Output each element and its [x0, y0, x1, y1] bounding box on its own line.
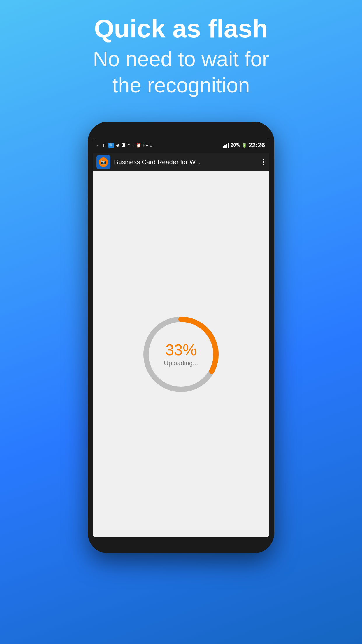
phone-screen: ··· ⏸ 🔍 ⊕ 🖼 ↻ ↓ ⏰ H+ ⌂ 20% 🔋	[93, 138, 269, 537]
app-bar: 📷 Business Card Reader for W...	[93, 153, 269, 172]
more-dot-3	[263, 164, 264, 165]
status-bar: ··· ⏸ 🔍 ⊕ 🖼 ↻ ↓ ⏰ H+ ⌂ 20% 🔋	[93, 138, 269, 153]
location-icon: ⊕	[116, 143, 120, 148]
signal-icon: H+	[143, 143, 148, 148]
app-icon-inner: 📷	[99, 158, 108, 167]
more-dot-2	[263, 161, 264, 163]
main-content: 33% Uploading...	[93, 172, 269, 537]
status-icons-left: ··· ⏸ 🔍 ⊕ 🖼 ↻ ↓ ⏰ H+ ⌂	[97, 143, 152, 148]
main-title: Quick as flash	[93, 15, 269, 43]
download-icon: ↓	[132, 143, 134, 148]
more-dot-1	[263, 159, 264, 160]
app-icon: 📷	[96, 155, 110, 169]
home-icon: ⌂	[150, 143, 152, 148]
clock: 22:26	[249, 141, 265, 149]
status-icons-right: 20% 🔋 22:26	[223, 141, 265, 149]
signal-bar-1	[223, 146, 224, 148]
subtitle: No need to wait for the recognition	[93, 46, 269, 98]
progress-percent: 33%	[165, 342, 197, 358]
signal-bar-4	[228, 143, 229, 148]
header-section: Quick as flash No need to wait for the r…	[70, 15, 292, 98]
image-icon: 🖼	[121, 143, 125, 148]
signal-bar-3	[226, 144, 227, 148]
search-icon: 🔍	[108, 143, 114, 148]
progress-label: Uploading...	[164, 359, 198, 367]
phone-device: ··· ⏸ 🔍 ⊕ 🖼 ↻ ↓ ⏰ H+ ⌂ 20% 🔋	[88, 122, 274, 553]
signal-bar-2	[224, 145, 226, 148]
battery-icon: 🔋	[242, 143, 247, 148]
progress-container: 33% Uploading...	[137, 311, 225, 398]
subtitle-line1: No need to wait for	[93, 47, 269, 71]
menu-icon: ···	[97, 143, 101, 148]
pause-icon: ⏸	[102, 143, 106, 148]
progress-text: 33% Uploading...	[164, 342, 198, 367]
subtitle-line2: the recognition	[112, 74, 250, 97]
more-options-button[interactable]	[262, 156, 266, 168]
app-title: Business Card Reader for W...	[114, 158, 262, 166]
sync-icon: ↻	[127, 143, 131, 148]
signal-bars	[223, 143, 229, 148]
alarm-icon: ⏰	[136, 143, 141, 148]
battery-text: 20%	[231, 143, 240, 148]
